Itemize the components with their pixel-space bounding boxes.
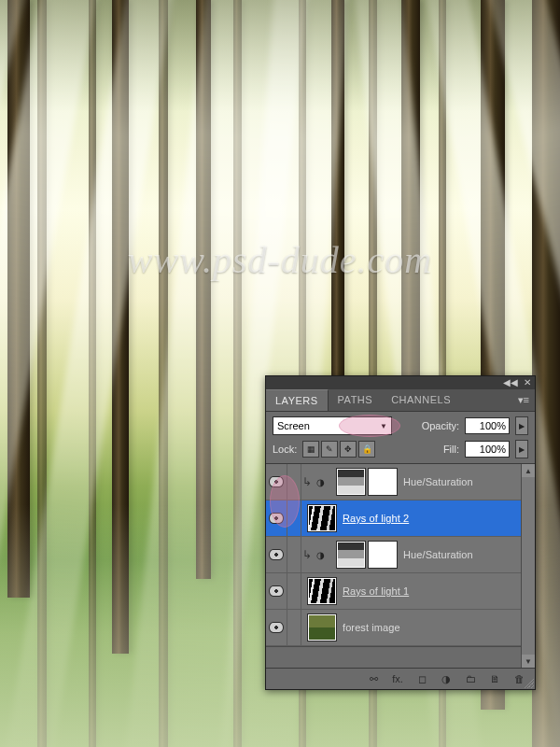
- layer-thumbnail[interactable]: [307, 577, 337, 605]
- new-group-icon[interactable]: 🗀: [462, 671, 479, 686]
- lock-pixels-icon[interactable]: ✎: [321, 441, 338, 458]
- highlight-marker: [339, 415, 400, 437]
- link-layers-icon[interactable]: ⚯: [365, 671, 382, 686]
- scrollbar-track[interactable]: [521, 477, 535, 655]
- scroll-down-button[interactable]: ▼: [521, 655, 535, 668]
- layer-name-label[interactable]: Rays of light 1: [343, 585, 409, 597]
- panel-menu-icon[interactable]: ▾≡: [512, 389, 535, 411]
- panel-footer: ⚯ fx. ◻ ◑ 🗀 🗎 🗑: [266, 668, 535, 689]
- panel-tabs: LAYERS PATHS CHANNELS ▾≡: [266, 389, 535, 412]
- layer-row-hue-saturation[interactable]: ↳ ◑ Hue/Saturation: [266, 537, 522, 573]
- layers-list-area: ▲ ▼ ↳ ◑ Hue/Saturation: [266, 464, 535, 668]
- layers-panel: ◀◀ ✕ LAYERS PATHS CHANNELS ▾≡ Screen ▼ O…: [265, 375, 536, 690]
- layers-empty-area: [266, 646, 535, 668]
- panel-controls: Screen ▼ Opacity: 100% ▶ Lock: ▦ ✎ ✥ 🔒 F…: [266, 412, 535, 464]
- layer-thumbnail[interactable]: [307, 504, 337, 532]
- clip-arrow-icon: ↳: [301, 548, 313, 561]
- layer-mask-thumbnail[interactable]: [368, 468, 398, 496]
- fill-input[interactable]: 100%: [465, 441, 510, 458]
- layer-name-label[interactable]: Hue/Saturation: [403, 549, 473, 560]
- layer-name-label[interactable]: Hue/Saturation: [403, 476, 473, 487]
- layers-list: ↳ ◑ Hue/Saturation Rays of light 2: [266, 464, 522, 646]
- opacity-stepper[interactable]: ▶: [515, 416, 528, 435]
- new-adjustment-icon[interactable]: ◑: [438, 671, 455, 686]
- layer-row-forest-image[interactable]: forest image: [266, 610, 522, 646]
- layer-thumbnail[interactable]: [336, 468, 366, 496]
- visibility-eye-icon[interactable]: [269, 549, 284, 560]
- adjustment-glyph-icon: ◑: [313, 472, 328, 492]
- tab-layers[interactable]: LAYERS: [266, 389, 329, 411]
- opacity-input[interactable]: 100%: [465, 417, 510, 434]
- layer-thumbnail[interactable]: [307, 613, 337, 641]
- fill-stepper[interactable]: ▶: [515, 440, 528, 458]
- new-layer-icon[interactable]: 🗎: [486, 671, 503, 686]
- clip-arrow-icon: ↳: [301, 475, 313, 488]
- layer-mask-thumbnail[interactable]: [368, 541, 398, 569]
- layer-thumbnail[interactable]: [336, 541, 366, 569]
- panel-topbar[interactable]: ◀◀ ✕: [266, 376, 535, 389]
- lock-label: Lock:: [273, 444, 297, 455]
- link-column: [287, 573, 301, 609]
- fill-label: Fill:: [443, 444, 459, 455]
- link-column: [287, 610, 301, 645]
- scroll-up-button[interactable]: ▲: [521, 464, 535, 477]
- opacity-label: Opacity:: [422, 420, 459, 431]
- visibility-eye-icon[interactable]: [269, 585, 284, 597]
- lock-all-icon[interactable]: 🔒: [358, 441, 375, 458]
- layer-fx-icon[interactable]: fx.: [389, 671, 406, 686]
- lock-transparent-icon[interactable]: ▦: [302, 441, 319, 458]
- tab-paths[interactable]: PATHS: [329, 389, 383, 411]
- layer-row-hue-saturation[interactable]: ↳ ◑ Hue/Saturation: [266, 464, 522, 500]
- visibility-eye-icon[interactable]: [269, 622, 284, 633]
- collapse-icon[interactable]: ◀◀: [503, 378, 518, 388]
- watermark-text: www.psd-dude.com: [128, 238, 432, 282]
- layer-row-rays-of-light-2[interactable]: Rays of light 2: [266, 500, 522, 537]
- close-icon[interactable]: ✕: [524, 378, 531, 388]
- tab-channels[interactable]: CHANNELS: [382, 389, 460, 411]
- highlight-marker: [270, 475, 300, 528]
- add-mask-icon[interactable]: ◻: [413, 671, 430, 686]
- blend-mode-value: Screen: [277, 420, 310, 431]
- document-canvas: www.psd-dude.com ◀◀ ✕ LAYERS PATHS CHANN…: [0, 0, 560, 747]
- lock-position-icon[interactable]: ✥: [340, 441, 357, 458]
- resize-grip[interactable]: [523, 677, 534, 688]
- link-column: [287, 537, 301, 572]
- adjustment-glyph-icon: ◑: [313, 544, 328, 565]
- layer-row-rays-of-light-1[interactable]: Rays of light 1: [266, 573, 522, 610]
- layer-name-label[interactable]: forest image: [343, 622, 400, 633]
- layer-name-label[interactable]: Rays of light 2: [343, 513, 409, 524]
